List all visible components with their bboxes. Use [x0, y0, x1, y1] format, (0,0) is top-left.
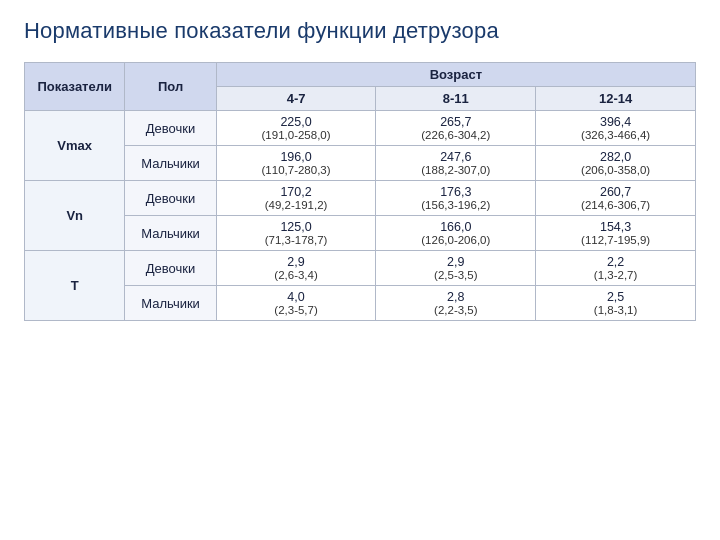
sex-cell: Девочки [125, 111, 216, 146]
value-cell: 225,0(191,0-258,0) [216, 111, 376, 146]
page: Нормативные показатели функции детрузора… [0, 0, 720, 540]
value-cell: 170,2(49,2-191,2) [216, 181, 376, 216]
value-cell: 2,8(2,2-3,5) [376, 286, 536, 321]
value-cell: 265,7(226,6-304,2) [376, 111, 536, 146]
table-row: Мальчики4,0(2,3-5,7)2,8(2,2-3,5)2,5(1,8-… [25, 286, 696, 321]
page-title: Нормативные показатели функции детрузора [24, 18, 696, 44]
data-table: Показатели Пол Возраст 4-7 8-11 12-14 Vm… [24, 62, 696, 321]
header-age-8-11: 8-11 [376, 87, 536, 111]
value-cell: 282,0(206,0-358,0) [536, 146, 696, 181]
value-cell: 247,6(188,2-307,0) [376, 146, 536, 181]
table-row: VmaxДевочки225,0(191,0-258,0)265,7(226,6… [25, 111, 696, 146]
value-cell: 2,2(1,3-2,7) [536, 251, 696, 286]
value-cell: 2,9(2,6-3,4) [216, 251, 376, 286]
value-cell: 154,3(112,7-195,9) [536, 216, 696, 251]
sex-cell: Девочки [125, 251, 216, 286]
table-row: Мальчики125,0(71,3-178,7)166,0(126,0-206… [25, 216, 696, 251]
header-age-12-14: 12-14 [536, 87, 696, 111]
indicator-cell: Vn [25, 181, 125, 251]
value-cell: 196,0(110,7-280,3) [216, 146, 376, 181]
sex-cell: Мальчики [125, 146, 216, 181]
header-sex: Пол [125, 63, 216, 111]
header-age: Возраст [216, 63, 695, 87]
value-cell: 4,0(2,3-5,7) [216, 286, 376, 321]
value-cell: 166,0(126,0-206,0) [376, 216, 536, 251]
value-cell: 176,3(156,3-196,2) [376, 181, 536, 216]
value-cell: 2,5(1,8-3,1) [536, 286, 696, 321]
table-row: TДевочки2,9(2,6-3,4)2,9(2,5-3,5)2,2(1,3-… [25, 251, 696, 286]
table-row: VnДевочки170,2(49,2-191,2)176,3(156,3-19… [25, 181, 696, 216]
sex-cell: Девочки [125, 181, 216, 216]
sex-cell: Мальчики [125, 286, 216, 321]
value-cell: 2,9(2,5-3,5) [376, 251, 536, 286]
header-indicator: Показатели [25, 63, 125, 111]
value-cell: 125,0(71,3-178,7) [216, 216, 376, 251]
sex-cell: Мальчики [125, 216, 216, 251]
indicator-cell: T [25, 251, 125, 321]
value-cell: 260,7(214,6-306,7) [536, 181, 696, 216]
table-row: Мальчики196,0(110,7-280,3)247,6(188,2-30… [25, 146, 696, 181]
indicator-cell: Vmax [25, 111, 125, 181]
header-age-4-7: 4-7 [216, 87, 376, 111]
value-cell: 396,4(326,3-466,4) [536, 111, 696, 146]
